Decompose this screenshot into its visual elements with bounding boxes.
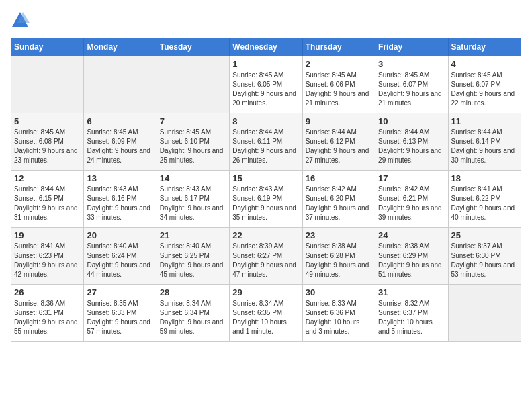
day-number: 2 (306, 59, 372, 69)
day-number: 10 (378, 116, 445, 126)
calendar-cell: 5Sunrise: 8:45 AM Sunset: 6:08 PM Daylig… (11, 113, 84, 171)
day-info: Sunrise: 8:44 AM Sunset: 6:15 PM Dayligh… (14, 185, 81, 222)
day-number: 21 (160, 230, 226, 240)
day-number: 31 (378, 287, 445, 298)
day-number: 19 (14, 230, 81, 240)
calendar-cell: 25Sunrise: 8:37 AM Sunset: 6:30 PM Dayli… (448, 228, 521, 285)
day-info: Sunrise: 8:45 AM Sunset: 6:05 PM Dayligh… (232, 71, 299, 108)
calendar-cell: 9Sunrise: 8:44 AM Sunset: 6:12 PM Daylig… (302, 113, 375, 171)
day-info: Sunrise: 8:45 AM Sunset: 6:08 PM Dayligh… (14, 128, 81, 165)
calendar-cell: 4Sunrise: 8:45 AM Sunset: 6:07 PM Daylig… (448, 56, 521, 113)
day-number: 25 (451, 230, 518, 240)
weekday-thursday: Thursday (302, 38, 375, 56)
weekday-tuesday: Tuesday (157, 38, 229, 56)
page-header (11, 11, 521, 30)
week-row-4: 19Sunrise: 8:41 AM Sunset: 6:23 PM Dayli… (11, 228, 521, 285)
calendar-cell: 28Sunrise: 8:34 AM Sunset: 6:34 PM Dayli… (157, 285, 229, 342)
day-info: Sunrise: 8:44 AM Sunset: 6:14 PM Dayligh… (451, 128, 518, 165)
day-number: 13 (87, 173, 153, 183)
calendar-cell: 8Sunrise: 8:44 AM Sunset: 6:11 PM Daylig… (230, 113, 302, 171)
calendar-cell: 21Sunrise: 8:40 AM Sunset: 6:25 PM Dayli… (157, 228, 229, 285)
calendar-cell: 29Sunrise: 8:34 AM Sunset: 6:35 PM Dayli… (230, 285, 302, 342)
day-number: 1 (232, 59, 299, 69)
day-info: Sunrise: 8:45 AM Sunset: 6:06 PM Dayligh… (306, 71, 372, 108)
day-info: Sunrise: 8:40 AM Sunset: 6:25 PM Dayligh… (160, 242, 226, 279)
day-info: Sunrise: 8:38 AM Sunset: 6:28 PM Dayligh… (306, 242, 372, 279)
calendar-cell: 12Sunrise: 8:44 AM Sunset: 6:15 PM Dayli… (11, 171, 84, 228)
calendar-cell: 2Sunrise: 8:45 AM Sunset: 6:06 PM Daylig… (302, 56, 375, 113)
week-row-1: 1Sunrise: 8:45 AM Sunset: 6:05 PM Daylig… (11, 56, 521, 113)
day-number: 7 (160, 116, 226, 126)
day-number: 28 (160, 287, 226, 298)
week-row-3: 12Sunrise: 8:44 AM Sunset: 6:15 PM Dayli… (11, 171, 521, 228)
day-info: Sunrise: 8:45 AM Sunset: 6:07 PM Dayligh… (378, 71, 445, 108)
day-info: Sunrise: 8:45 AM Sunset: 6:10 PM Dayligh… (160, 128, 226, 165)
weekday-friday: Friday (375, 38, 448, 56)
day-number: 12 (14, 173, 81, 183)
day-number: 8 (232, 116, 299, 126)
day-number: 18 (451, 173, 518, 183)
day-info: Sunrise: 8:37 AM Sunset: 6:30 PM Dayligh… (451, 242, 518, 279)
calendar-cell: 31Sunrise: 8:32 AM Sunset: 6:37 PM Dayli… (375, 285, 448, 342)
calendar-cell: 17Sunrise: 8:42 AM Sunset: 6:21 PM Dayli… (375, 171, 448, 228)
week-row-5: 26Sunrise: 8:36 AM Sunset: 6:31 PM Dayli… (11, 285, 521, 342)
day-number: 22 (232, 230, 299, 240)
calendar-cell: 20Sunrise: 8:40 AM Sunset: 6:24 PM Dayli… (84, 228, 157, 285)
day-number: 6 (87, 116, 153, 126)
day-info: Sunrise: 8:44 AM Sunset: 6:13 PM Dayligh… (378, 128, 445, 165)
calendar-cell: 13Sunrise: 8:43 AM Sunset: 6:16 PM Dayli… (84, 171, 157, 228)
calendar-cell: 11Sunrise: 8:44 AM Sunset: 6:14 PM Dayli… (448, 113, 521, 171)
calendar-cell: 3Sunrise: 8:45 AM Sunset: 6:07 PM Daylig… (375, 56, 448, 113)
calendar-cell: 6Sunrise: 8:45 AM Sunset: 6:09 PM Daylig… (84, 113, 157, 171)
day-info: Sunrise: 8:45 AM Sunset: 6:07 PM Dayligh… (451, 71, 518, 108)
day-info: Sunrise: 8:44 AM Sunset: 6:11 PM Dayligh… (232, 128, 299, 165)
day-info: Sunrise: 8:32 AM Sunset: 6:37 PM Dayligh… (378, 299, 445, 336)
day-info: Sunrise: 8:35 AM Sunset: 6:33 PM Dayligh… (87, 299, 153, 336)
day-info: Sunrise: 8:34 AM Sunset: 6:34 PM Dayligh… (160, 299, 226, 336)
calendar-cell: 15Sunrise: 8:43 AM Sunset: 6:19 PM Dayli… (230, 171, 302, 228)
logo (11, 11, 32, 30)
calendar-table: SundayMondayTuesdayWednesdayThursdayFrid… (11, 38, 521, 342)
calendar-cell: 14Sunrise: 8:43 AM Sunset: 6:17 PM Dayli… (157, 171, 229, 228)
calendar-cell: 10Sunrise: 8:44 AM Sunset: 6:13 PM Dayli… (375, 113, 448, 171)
day-number: 4 (451, 59, 518, 69)
calendar-cell: 1Sunrise: 8:45 AM Sunset: 6:05 PM Daylig… (230, 56, 302, 113)
day-number: 3 (378, 59, 445, 69)
day-info: Sunrise: 8:33 AM Sunset: 6:36 PM Dayligh… (306, 299, 372, 336)
calendar-cell: 26Sunrise: 8:36 AM Sunset: 6:31 PM Dayli… (11, 285, 84, 342)
weekday-sunday: Sunday (11, 38, 84, 56)
calendar-cell: 22Sunrise: 8:39 AM Sunset: 6:27 PM Dayli… (230, 228, 302, 285)
day-info: Sunrise: 8:41 AM Sunset: 6:23 PM Dayligh… (14, 242, 81, 279)
day-number: 30 (306, 287, 372, 298)
calendar-cell (84, 56, 157, 113)
calendar-cell: 30Sunrise: 8:33 AM Sunset: 6:36 PM Dayli… (302, 285, 375, 342)
day-info: Sunrise: 8:43 AM Sunset: 6:16 PM Dayligh… (87, 185, 153, 222)
calendar-cell (11, 56, 84, 113)
day-number: 14 (160, 173, 226, 183)
day-number: 24 (378, 230, 445, 240)
calendar-cell: 24Sunrise: 8:38 AM Sunset: 6:29 PM Dayli… (375, 228, 448, 285)
day-number: 9 (306, 116, 372, 126)
calendar-body: 1Sunrise: 8:45 AM Sunset: 6:05 PM Daylig… (11, 56, 521, 342)
day-number: 15 (232, 173, 299, 183)
day-number: 26 (14, 287, 81, 298)
day-number: 5 (14, 116, 81, 126)
day-info: Sunrise: 8:34 AM Sunset: 6:35 PM Dayligh… (232, 299, 299, 336)
calendar-cell (157, 56, 229, 113)
day-info: Sunrise: 8:43 AM Sunset: 6:19 PM Dayligh… (232, 185, 299, 222)
calendar-cell: 7Sunrise: 8:45 AM Sunset: 6:10 PM Daylig… (157, 113, 229, 171)
day-info: Sunrise: 8:44 AM Sunset: 6:12 PM Dayligh… (306, 128, 372, 165)
calendar-cell: 18Sunrise: 8:41 AM Sunset: 6:22 PM Dayli… (448, 171, 521, 228)
calendar-cell: 27Sunrise: 8:35 AM Sunset: 6:33 PM Dayli… (84, 285, 157, 342)
day-number: 16 (306, 173, 372, 183)
day-number: 27 (87, 287, 153, 298)
calendar-cell: 23Sunrise: 8:38 AM Sunset: 6:28 PM Dayli… (302, 228, 375, 285)
calendar-cell: 16Sunrise: 8:42 AM Sunset: 6:20 PM Dayli… (302, 171, 375, 228)
day-number: 29 (232, 287, 299, 298)
calendar-cell: 19Sunrise: 8:41 AM Sunset: 6:23 PM Dayli… (11, 228, 84, 285)
day-info: Sunrise: 8:38 AM Sunset: 6:29 PM Dayligh… (378, 242, 445, 279)
weekday-monday: Monday (84, 38, 157, 56)
day-info: Sunrise: 8:42 AM Sunset: 6:20 PM Dayligh… (306, 185, 372, 222)
day-number: 17 (378, 173, 445, 183)
calendar-cell (448, 285, 521, 342)
